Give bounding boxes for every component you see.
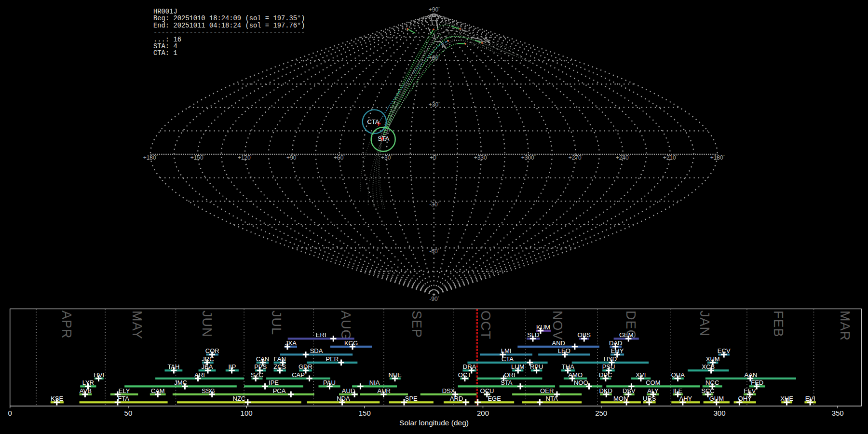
- svg-text:TAH: TAH: [167, 363, 179, 370]
- svg-text:+240°: +240°: [616, 154, 630, 161]
- svg-text:PSU: PSU: [602, 363, 615, 370]
- svg-text:ELY: ELY: [119, 387, 130, 394]
- svg-text:Beg: 20251010 18:24:09 (sol =: Beg: 20251010 18:24:09 (sol = 197.35°): [153, 15, 305, 22]
- svg-text:+150°: +150°: [190, 154, 205, 161]
- svg-text:+180°: +180°: [143, 154, 158, 161]
- svg-text:NZC: NZC: [233, 395, 246, 402]
- svg-text:XCB: XCB: [702, 363, 715, 370]
- svg-text:FTA: FTA: [118, 395, 129, 402]
- svg-text:250: 250: [595, 409, 607, 417]
- svg-text:CAN: CAN: [256, 355, 269, 363]
- svg-text:EVI: EVI: [805, 395, 815, 402]
- svg-text:ERI: ERI: [316, 331, 326, 339]
- svg-text:KCG: KCG: [344, 339, 358, 347]
- svg-text:DAD: DAD: [609, 339, 622, 347]
- svg-text:MAR: MAR: [838, 311, 852, 341]
- svg-text:SLD: SLD: [527, 331, 539, 339]
- svg-text:AUR: AUR: [377, 387, 390, 394]
- svg-text:DSV: DSV: [623, 387, 636, 394]
- svg-text:NOO: NOO: [574, 379, 588, 386]
- svg-text:+270°: +270°: [569, 154, 583, 161]
- svg-text:NTA: NTA: [546, 395, 558, 402]
- svg-text:XHE: XHE: [780, 395, 793, 402]
- svg-text:AHY: AHY: [679, 395, 692, 402]
- svg-text:NOV: NOV: [550, 311, 565, 340]
- svg-text:100: 100: [241, 409, 253, 417]
- svg-text:FEV: FEV: [744, 387, 756, 394]
- svg-text:NUE: NUE: [389, 371, 402, 379]
- svg-text:FEB: FEB: [771, 311, 786, 338]
- svg-text:200: 200: [477, 409, 489, 417]
- svg-text:KSE: KSE: [51, 395, 63, 402]
- svg-text:AND: AND: [552, 339, 565, 347]
- svg-text:SCC: SCC: [701, 387, 714, 394]
- svg-text:JEA: JEA: [202, 363, 213, 370]
- svg-text:APR: APR: [59, 311, 74, 339]
- svg-text:DSX: DSX: [442, 387, 455, 394]
- svg-text:CAP: CAP: [292, 371, 305, 379]
- svg-text:NDA: NDA: [337, 395, 350, 402]
- svg-text:0: 0: [8, 409, 12, 417]
- svg-text:JAN: JAN: [697, 311, 712, 337]
- svg-text:PCA: PCA: [273, 387, 286, 394]
- svg-text:AUG: AUG: [339, 311, 353, 340]
- svg-text:ZCS: ZCS: [273, 363, 286, 370]
- svg-text:+90°: +90°: [429, 6, 440, 13]
- svg-text:OER: OER: [540, 387, 554, 394]
- svg-text:SEP: SEP: [409, 311, 424, 338]
- svg-text:XVI: XVI: [636, 371, 646, 379]
- svg-text:OCT: OCT: [478, 311, 493, 339]
- svg-text:ALY: ALY: [647, 387, 659, 394]
- svg-text:+60°: +60°: [334, 154, 345, 161]
- svg-text:FAN: FAN: [274, 355, 286, 363]
- svg-text:SPE: SPE: [405, 395, 418, 402]
- svg-text:IPE: IPE: [269, 379, 279, 386]
- svg-text:LUM: LUM: [511, 363, 524, 370]
- svg-text:ARD: ARD: [450, 395, 463, 402]
- svg-text:JMC: JMC: [174, 379, 187, 386]
- svg-text:+300°: +300°: [521, 154, 536, 161]
- svg-text:+330°: +330°: [474, 154, 488, 161]
- svg-text:STA: STA: [501, 379, 513, 386]
- svg-text:FED: FED: [751, 379, 763, 386]
- svg-text:LMI: LMI: [501, 347, 512, 354]
- svg-text:+180°: +180°: [710, 154, 725, 161]
- svg-text:350: 350: [832, 409, 844, 417]
- svg-text:+120°: +120°: [238, 154, 252, 161]
- svg-text:EHY: EHY: [611, 347, 624, 354]
- svg-text:RPU: RPU: [530, 363, 543, 370]
- svg-text:+60°: +60°: [429, 54, 440, 61]
- svg-text:AMO: AMO: [568, 371, 583, 379]
- svg-text:GUM: GUM: [709, 395, 724, 402]
- svg-text:URS: URS: [643, 395, 656, 402]
- svg-text:XUM: XUM: [706, 355, 720, 363]
- svg-text:150: 150: [359, 409, 371, 417]
- svg-text:LEO: LEO: [558, 347, 570, 354]
- svg-text:Solar longitude (deg): Solar longitude (deg): [399, 419, 469, 427]
- svg-text:HVI: HVI: [94, 371, 104, 379]
- svg-text:+30°: +30°: [381, 154, 393, 161]
- svg-text:QUA: QUA: [671, 371, 685, 379]
- svg-text:HYD: HYD: [604, 355, 617, 363]
- svg-text:HR001J: HR001J: [153, 8, 177, 15]
- svg-text:PAU: PAU: [323, 379, 336, 386]
- svg-text:THA: THA: [562, 363, 574, 370]
- svg-text:OCT: OCT: [458, 371, 472, 379]
- svg-text:DKD: DKD: [599, 387, 612, 394]
- svg-text:SSG: SSG: [202, 387, 215, 394]
- svg-text:NCC: NCC: [705, 379, 719, 386]
- svg-text:JRC: JRC: [202, 355, 214, 363]
- svg-text:EGE: EGE: [488, 395, 501, 402]
- svg-text:ORI: ORI: [504, 371, 515, 379]
- svg-text:CTA: CTA: [502, 355, 514, 363]
- svg-text:CAM: CAM: [151, 387, 165, 394]
- svg-text:MAY: MAY: [130, 311, 144, 339]
- svg-text:DRA: DRA: [463, 363, 476, 370]
- svg-text:AAN: AAN: [745, 371, 758, 379]
- svg-text:ECV: ECV: [718, 347, 731, 354]
- svg-text:STA: STA: [378, 135, 390, 142]
- svg-text:GDR: GDR: [298, 363, 312, 370]
- svg-text:COR: COR: [205, 347, 219, 354]
- svg-text:IIP: IIP: [228, 363, 236, 370]
- svg-text:NIA: NIA: [369, 379, 380, 386]
